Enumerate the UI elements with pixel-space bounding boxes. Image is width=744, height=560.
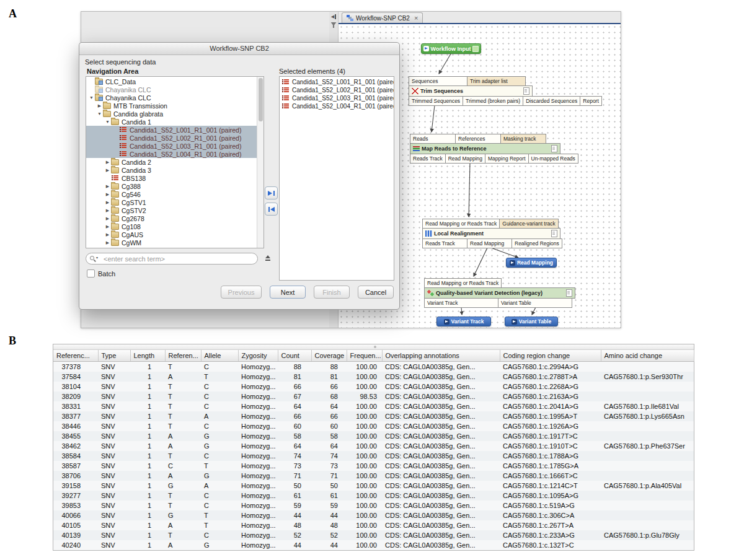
collapsed-arrow-icon[interactable]: ▶ bbox=[104, 168, 111, 173]
column-header[interactable]: Coding region change bbox=[500, 350, 601, 362]
input-port[interactable]: Read Mapping or Reads Track bbox=[424, 278, 502, 288]
input-port[interactable]: Read Mapping or Reads Track bbox=[422, 219, 500, 229]
add-selected-button[interactable] bbox=[265, 186, 278, 199]
finish-button[interactable]: Finish bbox=[314, 286, 350, 299]
table-row[interactable]: 39158SNV1GAHomozyg...5050100.00CDS: CAGL… bbox=[53, 481, 694, 491]
collapsed-arrow-icon[interactable]: ▶ bbox=[104, 192, 111, 197]
column-header[interactable]: Coverage bbox=[311, 350, 347, 362]
tab-workflow-snp-cb2[interactable]: Workflow-SNP CB2 × bbox=[342, 12, 423, 23]
collapsed-arrow-icon[interactable]: ▶ bbox=[104, 224, 111, 229]
column-header[interactable]: Allele bbox=[201, 350, 238, 362]
tree-item[interactable]: ▶Candida 3 bbox=[86, 166, 257, 174]
tree-scrollbar-thumb[interactable] bbox=[259, 78, 263, 121]
output-port[interactable]: Reads Track bbox=[410, 154, 446, 164]
selected-element[interactable]: Candida1_S52_L004_R1_001 (paired) bbox=[280, 102, 394, 110]
workflow-block-trim[interactable]: SequencesTrim adapter listTrim Sequences… bbox=[409, 76, 602, 106]
input-port[interactable]: Masking track bbox=[500, 134, 546, 144]
output-port[interactable]: Trimmed (broken pairs) bbox=[463, 96, 523, 106]
selected-element[interactable]: Candida1_S52_L001_R1_001 (paired) bbox=[280, 78, 394, 86]
tree-item[interactable]: Chayanika CLC bbox=[86, 85, 257, 94]
collapsed-arrow-icon[interactable]: ▶ bbox=[104, 200, 111, 205]
column-header[interactable]: Amino acid change bbox=[601, 350, 694, 362]
batch-checkbox[interactable] bbox=[87, 269, 95, 278]
output-port[interactable]: Realigned Regions bbox=[512, 238, 562, 248]
workflow-block-map[interactable]: ReadsReferencesMasking trackMap Reads to… bbox=[410, 134, 578, 164]
table-row[interactable]: 38104SNV1TCHomozyg...6666100.00CDS: CAGL… bbox=[53, 382, 694, 392]
tree-item[interactable]: ▼Candida 1 bbox=[86, 118, 257, 126]
search-options-caret-icon[interactable]: ▾ bbox=[96, 255, 98, 260]
tree-item[interactable]: ▶Cg108 bbox=[86, 222, 257, 230]
column-header[interactable]: Overlapping annotations bbox=[382, 350, 500, 362]
table-row[interactable]: 38446SNV1TCHomozyg...6060100.00CDS: CAGL… bbox=[53, 421, 694, 431]
selected-element[interactable]: Candida1_S52_L003_R1_001 (paired) bbox=[280, 94, 394, 102]
collapse-pane-icon[interactable]: ◀ bbox=[331, 14, 336, 19]
collapsed-arrow-icon[interactable]: ▶ bbox=[104, 240, 111, 245]
collapsed-arrow-icon[interactable]: ▶ bbox=[104, 232, 111, 237]
expanded-arrow-icon[interactable]: ▼ bbox=[96, 112, 103, 116]
next-button[interactable]: Next bbox=[270, 286, 306, 299]
output-port[interactable]: Read Mapping bbox=[445, 154, 485, 164]
tree-item[interactable]: Candida1_S52_L003_R1_001 (paired) bbox=[86, 142, 257, 150]
table-row[interactable]: 39853SNV1TCHomozyg...5959100.00CDS: CAGL… bbox=[53, 501, 694, 510]
tree-item[interactable]: ▼Candida glabrata bbox=[86, 110, 257, 118]
output-port[interactable]: Report bbox=[580, 96, 602, 106]
search-collapse-button[interactable] bbox=[264, 255, 272, 263]
workflow-block-realign[interactable]: Read Mapping or Reads TrackGuidance-vari… bbox=[422, 219, 562, 248]
collapsed-arrow-icon[interactable]: ▶ bbox=[104, 208, 111, 213]
input-port[interactable]: Reads bbox=[410, 134, 456, 144]
input-port[interactable]: Trim adapter list bbox=[467, 76, 526, 86]
column-header[interactable]: Zygosity bbox=[238, 350, 278, 362]
output-port[interactable]: Discarded Sequences bbox=[523, 96, 580, 106]
previous-button[interactable]: Previous bbox=[221, 286, 262, 299]
expanded-arrow-icon[interactable]: ▼ bbox=[104, 120, 111, 124]
tree-item[interactable]: Candida1_S52_L002_R1_001 (paired) bbox=[86, 134, 257, 142]
column-header[interactable]: Referen... bbox=[165, 350, 201, 362]
tree-item[interactable]: CLC_Data bbox=[86, 77, 257, 85]
tree-item[interactable]: ▶CgSTV2 bbox=[86, 206, 257, 214]
cancel-button[interactable]: Cancel bbox=[358, 286, 394, 299]
output-port[interactable]: Trimmed Sequences bbox=[409, 96, 463, 106]
table-row[interactable]: 38209SNV1TCHomozyg...676898.53CDS: CAGL0… bbox=[53, 392, 694, 401]
tree-item[interactable]: ▶Cg546 bbox=[86, 190, 257, 198]
tree-item[interactable]: ▶CgWM bbox=[86, 238, 257, 247]
table-row[interactable]: 40240SNV1AGHomozyg...4444100.00CDS: CAGL… bbox=[53, 540, 694, 550]
tree-item[interactable]: CBS138 bbox=[86, 174, 257, 182]
tab-close-icon[interactable]: × bbox=[414, 14, 418, 22]
output-node-variant-track[interactable]: Variant Track bbox=[436, 317, 491, 326]
table-row[interactable]: 38584SNV1TCHomozyg...7474100.00CDS: CAGL… bbox=[53, 451, 694, 461]
table-row[interactable]: 38462SNV1AGHomozyg...6464100.00CDS: CAGL… bbox=[53, 441, 694, 451]
selected-element[interactable]: Candida1_S52_L002_R1_001 (paired) bbox=[280, 86, 394, 94]
table-row[interactable]: 40066SNV1GTHomozyg...4444100.00CDS: CAGL… bbox=[53, 510, 694, 520]
table-row[interactable]: 38706SNV1AGHomozyg...7171100.00CDS: CAGL… bbox=[53, 471, 694, 481]
table-row[interactable]: 40139SNV1TCHomozyg...5252100.00CDS: CAGL… bbox=[53, 530, 694, 540]
table-scroll-strip[interactable] bbox=[53, 344, 694, 350]
tree-item[interactable]: ▶Candida 2 bbox=[86, 158, 257, 166]
table-row[interactable]: 40105SNV1ATHomozyg...4848100.00CDS: CAGL… bbox=[53, 520, 694, 530]
expanded-arrow-icon[interactable]: ▼ bbox=[88, 95, 95, 100]
filter-icon[interactable] bbox=[331, 22, 337, 28]
tree-item[interactable]: ▶Cg388 bbox=[86, 182, 257, 190]
column-header[interactable]: Referenc... bbox=[53, 350, 98, 362]
input-port[interactable]: Sequences bbox=[409, 76, 467, 86]
table-row[interactable]: 39277SNV1TCHomozyg...6161100.00CDS: CAGL… bbox=[53, 491, 694, 501]
workflow-block-variant[interactable]: Read Mapping or Reads TrackQuality-based… bbox=[424, 278, 575, 308]
table-row[interactable]: 38331SNV1TCHomozyg...6464100.00CDS: CAGL… bbox=[53, 401, 694, 411]
tree-item[interactable]: ▶MTB Transmission bbox=[86, 102, 257, 110]
output-port[interactable]: Read Mapping bbox=[467, 238, 512, 248]
output-port[interactable]: Mapping Report bbox=[485, 154, 528, 164]
tree-item[interactable]: ▶Cg2678 bbox=[86, 214, 257, 222]
workflow-input-node[interactable]: Workflow Input bbox=[421, 43, 481, 54]
collapsed-arrow-icon[interactable]: ▶ bbox=[104, 216, 111, 221]
table-row[interactable]: 38587SNV1CTHomozyg...7373100.00CDS: CAGL… bbox=[53, 461, 694, 471]
search-input[interactable]: <enter search term> bbox=[86, 253, 258, 265]
table-row[interactable]: 38377SNV1TAHomozyg...6666100.00CDS: CAGL… bbox=[53, 411, 694, 421]
tree-item[interactable]: ▶CgSTV1 bbox=[86, 198, 257, 206]
tree-item[interactable]: ▶CgAUS bbox=[86, 230, 257, 238]
tree-item[interactable]: Candida1_S52_L001_R1_001 (paired) bbox=[86, 126, 257, 134]
tree-scrollbar[interactable] bbox=[257, 77, 264, 248]
output-port[interactable]: Un-mapped Reads bbox=[528, 154, 578, 164]
tree-item[interactable]: Candida1_S52_L004_R1_001 (paired) bbox=[86, 150, 257, 158]
column-header[interactable]: Length bbox=[130, 350, 165, 362]
table-row[interactable]: 37378SNV1TCHomozyg...8888100.00CDS: CAGL… bbox=[53, 362, 694, 372]
output-port[interactable]: Variant Track bbox=[424, 298, 498, 308]
